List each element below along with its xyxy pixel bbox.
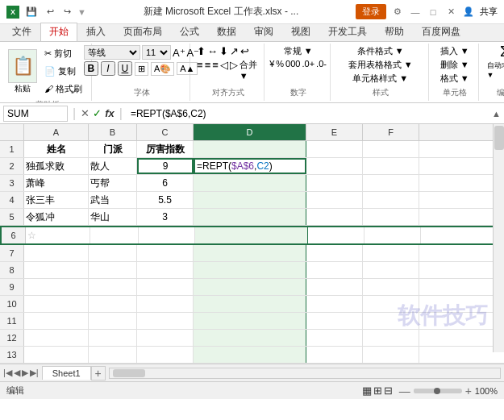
cell-c11[interactable] (137, 313, 194, 329)
cell-d13[interactable] (194, 347, 306, 363)
align-center-button[interactable]: ≡ (205, 59, 211, 81)
cell-c4[interactable]: 5.5 (137, 192, 194, 208)
cell-f1[interactable] (363, 141, 419, 157)
cell-d12[interactable] (194, 330, 306, 346)
format-painter-button[interactable]: 🖌 格式刷 (40, 81, 86, 98)
zoom-out-button[interactable]: — (399, 385, 410, 397)
sheet-nav-prev[interactable]: ◀ (14, 368, 20, 378)
cell-b4[interactable]: 武当 (89, 192, 137, 208)
cell-b13[interactable] (89, 347, 137, 363)
cell-f8[interactable] (363, 262, 419, 278)
cell-b11[interactable] (89, 313, 137, 329)
col-header-a[interactable]: A (24, 124, 89, 140)
align-middle-button[interactable]: ↔ (207, 45, 218, 57)
indent-decrease-button[interactable]: ◁ (220, 59, 228, 81)
font-name-select[interactable]: 等线 (84, 45, 140, 60)
tab-developer[interactable]: 开发工具 (319, 23, 376, 41)
cell-d10[interactable] (194, 296, 306, 312)
cell-b12[interactable] (89, 330, 137, 346)
cell-d9[interactable] (194, 279, 306, 295)
cell-a11[interactable] (24, 313, 89, 329)
cell-b10[interactable] (89, 296, 137, 312)
cell-a12[interactable] (24, 330, 89, 346)
cell-e9[interactable] (306, 279, 363, 295)
number-format-select[interactable]: 常规 ▼ (284, 45, 313, 57)
cell-a8[interactable] (24, 262, 89, 278)
wrap-text-button[interactable]: ↩ (240, 45, 249, 57)
cell-b9[interactable] (89, 279, 137, 295)
cell-d7[interactable] (194, 245, 306, 261)
add-sheet-button[interactable]: + (91, 366, 106, 380)
login-button[interactable]: 登录 (356, 4, 386, 19)
zoom-in-button[interactable]: + (465, 385, 472, 397)
cell-e11[interactable] (306, 313, 363, 329)
italic-button[interactable]: I (101, 61, 115, 76)
indent-increase-button[interactable]: ▷ (230, 59, 238, 81)
insert-function-button[interactable]: fx (105, 107, 115, 119)
cell-f5[interactable] (363, 209, 419, 225)
cut-button[interactable]: ✂ 剪切 (40, 45, 86, 62)
confirm-formula-button[interactable]: ✓ (93, 107, 102, 119)
sheet-nav-first[interactable]: |◀ (3, 368, 12, 378)
cancel-formula-button[interactable]: ✕ (81, 107, 90, 119)
normal-view-button[interactable]: ▦ (362, 385, 372, 397)
formula-input[interactable] (127, 107, 489, 120)
window-options-icon[interactable]: ⚙ (391, 6, 404, 19)
cell-d1[interactable] (194, 141, 306, 157)
cell-a5[interactable]: 令狐冲 (24, 209, 89, 225)
cell-d8[interactable] (194, 262, 306, 278)
font-size-increase[interactable]: A⁺ (173, 47, 185, 59)
zoom-slider[interactable] (414, 389, 462, 393)
cell-c5[interactable]: 3 (137, 209, 194, 225)
col-header-b[interactable]: B (89, 124, 137, 140)
tab-view[interactable]: 视图 (282, 23, 319, 41)
sheet-tab-sheet1[interactable]: Sheet1 (42, 366, 91, 380)
cell-a10[interactable] (24, 296, 89, 312)
horizontal-scrollbar[interactable] (109, 368, 501, 379)
cell-e3[interactable] (306, 175, 363, 191)
cell-a7[interactable] (24, 245, 89, 261)
cell-c10[interactable] (137, 296, 194, 312)
cell-f4[interactable] (363, 192, 419, 208)
col-header-c[interactable]: C (137, 124, 194, 140)
align-right-button[interactable]: ≡ (212, 59, 219, 81)
name-box[interactable] (3, 106, 68, 122)
cell-b8[interactable] (89, 262, 137, 278)
col-header-f[interactable]: F (363, 124, 419, 140)
delete-cell-button[interactable]: 删除 ▼ (440, 59, 469, 71)
cell-f2[interactable] (363, 158, 419, 174)
cell-c9[interactable] (137, 279, 194, 295)
cell-a1[interactable]: 姓名 (24, 141, 89, 157)
cell-a3[interactable]: 萧峰 (24, 175, 89, 191)
decimal-increase-button[interactable]: .0+ (302, 59, 314, 69)
close-button[interactable]: ✕ (444, 6, 457, 19)
cell-f10[interactable] (363, 296, 419, 312)
formula-expand-button[interactable]: ▲ (492, 109, 501, 119)
vertical-scrollbar[interactable] (493, 124, 504, 352)
insert-cell-button[interactable]: 插入 ▼ (440, 45, 469, 57)
tab-data[interactable]: 数据 (208, 23, 245, 41)
page-break-view-button[interactable]: ⊟ (384, 385, 393, 397)
cell-d11[interactable] (194, 313, 306, 329)
cell-f11[interactable] (363, 313, 419, 329)
save-button[interactable]: 💾 (23, 5, 40, 19)
paste-button[interactable]: 📋 粘贴 (8, 49, 37, 94)
table-format-button[interactable]: 套用表格格式 ▼ (348, 59, 413, 71)
cell-a9[interactable] (24, 279, 89, 295)
tab-insert[interactable]: 插入 (77, 23, 115, 41)
undo-button[interactable]: ↩ (44, 5, 57, 19)
decimal-decrease-button[interactable]: .0- (316, 59, 327, 69)
copy-button[interactable]: 📄 复制 (40, 63, 86, 80)
cell-d2[interactable]: =REPT($A$6,C2) (194, 158, 306, 174)
redo-button[interactable]: ↪ (60, 5, 74, 19)
cell-c3[interactable]: 6 (137, 175, 194, 191)
bold-button[interactable]: B (84, 61, 98, 76)
cell-b6[interactable] (90, 227, 139, 243)
share-label[interactable]: 共享 (480, 6, 498, 18)
cell-e12[interactable] (306, 330, 363, 346)
cell-e1[interactable] (306, 141, 363, 157)
cell-f9[interactable] (363, 279, 419, 295)
tab-formula[interactable]: 公式 (171, 23, 208, 41)
col-header-e[interactable]: E (306, 124, 363, 140)
cell-a13[interactable] (24, 347, 89, 363)
